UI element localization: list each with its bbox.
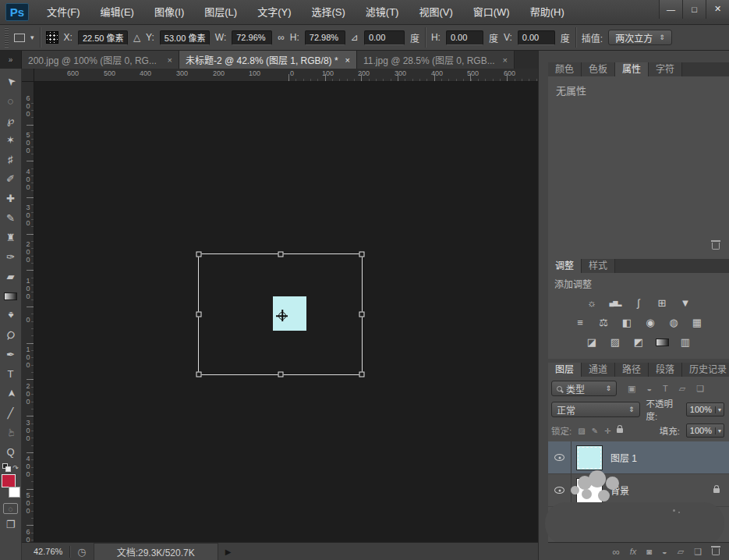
brush-tool[interactable]: ✎ [2,208,20,228]
rotation-input[interactable]: 0.00 [364,30,405,45]
hue-saturation-icon[interactable]: ≡ [572,316,589,329]
exposure-icon[interactable]: ⊞ [654,296,671,310]
transform-handle[interactable] [359,312,365,317]
gradient-map-icon[interactable] [654,335,671,349]
layer-filter-type-dropdown[interactable]: 类型 ⇕ [551,381,617,396]
tab-paragraph[interactable]: 段落 [649,363,682,377]
hand-tool[interactable]: ☞ [1,424,20,442]
layer-name[interactable]: 图层 1 [610,451,637,464]
width-input[interactable]: 72.96% [232,30,272,45]
vertical-ruler[interactable]: 600 500 400 300 200 100 0 100 200 300 40… [22,82,34,542]
interpolation-dropdown[interactable]: 两次立方 ⇕ [608,30,672,45]
blend-mode-dropdown[interactable]: 正常 ⇕ [551,402,640,417]
maximize-button[interactable]: □ [682,0,706,19]
document-tab-3[interactable]: 11.jpg @ 28.5% (图层 0, RGB... × [357,51,515,69]
type-tool[interactable]: T [2,364,20,384]
default-colors-icon[interactable] [2,463,11,472]
eye-icon[interactable] [554,487,564,494]
horizontal-ruler[interactable]: 600 500 400 300 200 100 0 100 200 300 40… [34,69,538,82]
document-tab-1[interactable]: 200.jpg @ 100% (图层 0, RG... × [22,51,179,69]
layer-style-icon[interactable]: fx [630,547,637,556]
transform-handle[interactable] [359,372,365,377]
close-button[interactable]: ✕ [706,0,729,19]
photo-filter-icon[interactable]: ◉ [642,316,659,329]
zoom-level[interactable]: 42.76% [34,547,62,556]
filter-kind-image-icon[interactable]: ▣ [628,384,635,394]
gradient-tool[interactable] [2,286,20,306]
color-balance-icon[interactable]: ⚖ [596,316,612,329]
swap-colors-icon[interactable]: ↷ [12,464,19,472]
healing-brush-tool[interactable]: ✚ [2,189,20,208]
posterize-icon[interactable]: ▨ [607,335,624,349]
channel-mixer-icon[interactable]: ◍ [666,316,682,329]
layer-row-layer1[interactable]: 图层 1 [548,441,729,474]
new-layer-icon[interactable]: ❑ [694,547,702,557]
eraser-tool[interactable]: ▰ [2,267,20,286]
threshold-icon[interactable]: ◩ [631,335,647,349]
lock-all-icon[interactable] [617,428,623,433]
canvas[interactable] [34,82,538,542]
document-tab-2-active[interactable]: 未标题-2 @ 42.8% (图层 1, RGB/8) * × [179,51,357,69]
crop-tool[interactable]: ♯ [2,150,20,169]
layer-thumbnail[interactable] [576,445,603,470]
tab-styles[interactable]: 样式 [582,259,615,273]
menu-help[interactable]: 帮助(H) [520,0,575,25]
eyedropper-tool[interactable]: ✐ [2,169,20,189]
transform-handle[interactable] [196,252,202,257]
lock-transparency-icon[interactable]: ▨ [578,427,585,435]
menu-edit[interactable]: 编辑(E) [90,0,144,25]
black-white-icon[interactable]: ◧ [619,316,635,329]
delete-layer-icon[interactable] [712,548,720,555]
y-position-input[interactable]: 53.00 像素 [160,30,210,45]
h-skew-input[interactable]: 0.00 [446,30,483,45]
tab-adjustments[interactable]: 调整 [548,259,582,273]
menu-window[interactable]: 窗口(W) [463,0,520,25]
menu-type[interactable]: 文字(Y) [247,0,301,25]
menu-layer[interactable]: 图层(L) [194,0,247,25]
vibrance-icon[interactable]: ▼ [678,296,694,310]
lock-pixels-icon[interactable]: ✎ [592,427,598,435]
transform-handle[interactable] [278,372,283,377]
transform-handle[interactable] [196,312,202,317]
transform-handle[interactable] [359,252,365,257]
clone-stamp-tool[interactable]: ♜ [2,228,20,247]
selective-color-icon[interactable]: ▥ [678,335,694,349]
history-brush-tool[interactable]: ✑ [2,247,20,267]
quick-mask-button[interactable]: ◌ [3,503,18,514]
menu-file[interactable]: 文件(F) [37,0,90,25]
visibility-cell[interactable] [548,441,572,473]
color-lookup-icon[interactable]: ▦ [689,316,706,329]
tab-swatches[interactable]: 色板 [582,62,615,76]
menu-filter[interactable]: 滤镜(T) [356,0,409,25]
new-adjustment-layer-icon[interactable]: ◒ [662,547,667,556]
levels-icon[interactable]: ▄▆▂ [607,296,624,310]
opacity-field[interactable]: 100% ▾ [686,402,724,416]
tab-close-icon[interactable]: × [503,55,508,65]
background-color-swatch[interactable] [9,487,20,498]
options-grip[interactable] [5,27,9,48]
new-group-icon[interactable]: ▱ [678,547,684,557]
dropdown-arrow-icon[interactable]: ▾ [715,427,724,434]
relative-position-icon[interactable]: △ [133,32,140,43]
toolbar-collapse-icon[interactable]: » [0,51,22,69]
invert-icon[interactable]: ◪ [584,335,600,349]
fill-field[interactable]: 100% ▾ [686,424,724,438]
foreground-color-swatch[interactable] [2,474,16,487]
pen-tool[interactable]: ✒ [2,345,20,364]
x-position-input[interactable]: 22.50 像素 [78,30,128,45]
zoom-tool[interactable]: Q [2,442,20,462]
eye-icon[interactable] [554,454,564,461]
tab-character[interactable]: 字符 [649,62,682,76]
magic-wand-tool[interactable]: ✶ [2,130,20,150]
transform-handle[interactable] [196,372,202,377]
line-tool[interactable]: ╱ [2,403,20,423]
delete-icon[interactable] [712,243,720,250]
filter-kind-smart-object-icon[interactable]: ❏ [696,384,704,394]
visibility-cell[interactable] [548,474,572,506]
transform-handle[interactable] [278,252,283,257]
document-info[interactable]: 文档:29.3K/520.7K [94,543,218,560]
dropdown-arrow-icon[interactable]: ▾ [715,406,724,413]
tab-history[interactable]: 历史记录 [682,363,729,377]
filter-kind-shape-icon[interactable]: ▱ [679,384,685,394]
tab-channels[interactable]: 通道 [582,363,615,377]
